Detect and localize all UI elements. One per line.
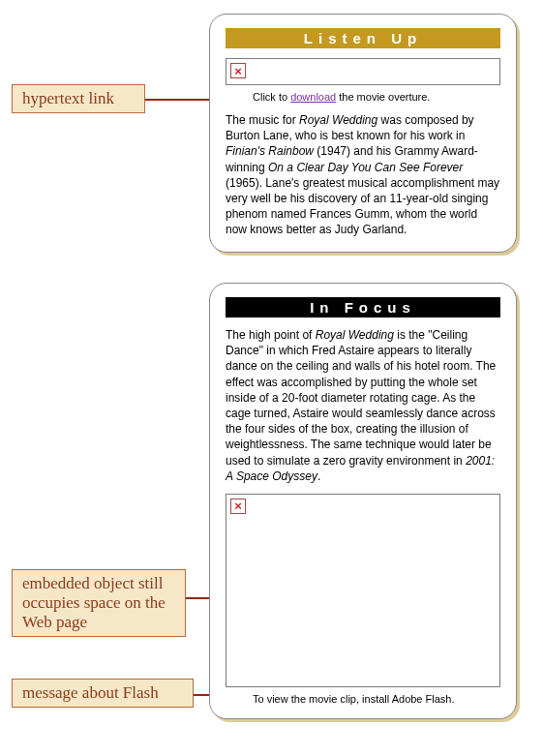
- text: .: [317, 469, 320, 483]
- title-clear-day: On a Clear Day You Can See Forever: [268, 161, 463, 174]
- callout-hyperlink: hypertext link: [12, 84, 145, 113]
- broken-image-icon: ×: [230, 63, 246, 78]
- callout-flash: message about Flash: [12, 679, 194, 708]
- title-royal-wedding: Royal Wedding: [316, 328, 394, 342]
- download-caption: Click to download the movie overture.: [253, 91, 500, 103]
- title-royal-wedding: Royal Wedding: [299, 113, 377, 127]
- title-finians-rainbow: Finian's Rainbow: [226, 144, 314, 158]
- text: (1965). Lane's greatest musical accompli…: [226, 176, 499, 237]
- caption-prefix: Click to: [253, 91, 290, 103]
- card-in-focus: In Focus The high point of Royal Wedding…: [209, 283, 517, 719]
- text: The music for: [226, 113, 299, 127]
- header-in-focus: In Focus: [226, 297, 500, 318]
- broken-image-audio: ×: [226, 58, 500, 85]
- card-listen-up: Listen Up × Click to download the movie …: [209, 14, 517, 253]
- caption-suffix: the movie overture.: [336, 91, 430, 103]
- callout-embedded: embedded object still occupies space on …: [12, 569, 186, 637]
- text: The high point of: [226, 328, 316, 342]
- listen-up-body: The music for Royal Wedding was composed…: [226, 112, 500, 238]
- text: is the "Ceiling Dance" in which Fred Ast…: [226, 328, 496, 468]
- broken-embed-flash: ×: [226, 494, 500, 687]
- in-focus-body: The high point of Royal Wedding is the "…: [226, 327, 500, 484]
- download-link[interactable]: download: [290, 91, 336, 103]
- header-listen-up: Listen Up: [226, 28, 500, 48]
- broken-image-icon: ×: [230, 499, 246, 514]
- flash-message: To view the movie clip, install Adobe Fl…: [253, 693, 500, 705]
